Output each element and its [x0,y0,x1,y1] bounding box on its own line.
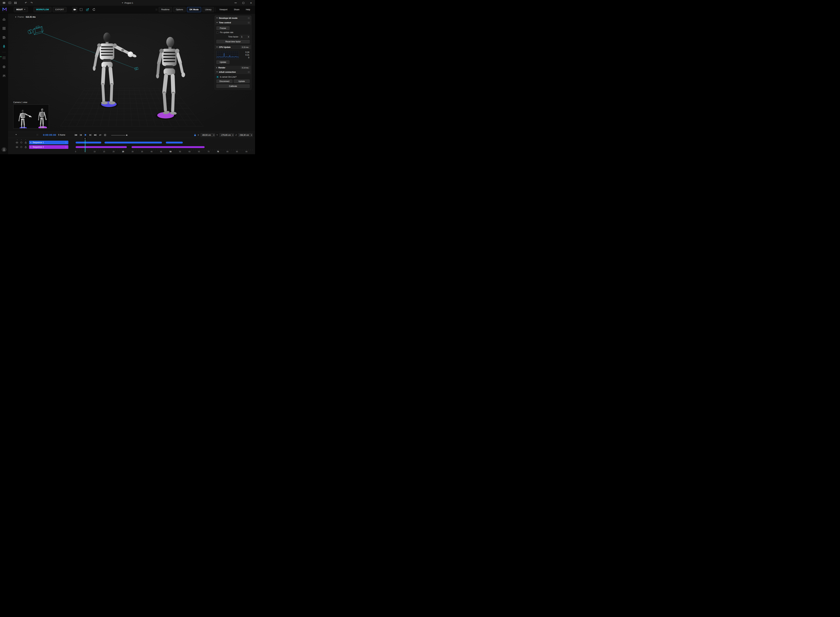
sequence-track-header[interactable]: Sequence 2 ∷ [29,145,68,149]
minimize-button[interactable] [234,1,237,4]
coord-y-input[interactable]: -276,65 cm [220,133,234,137]
project-title-dropdown[interactable]: Project 1 [122,1,133,4]
visibility-toggle[interactable] [16,141,18,144]
timeline-clip[interactable] [166,142,183,143]
drag-handle[interactable]: ∷ [248,17,250,19]
play-button[interactable] [84,133,87,137]
lock-toggle[interactable] [25,141,27,144]
toolbar-drag-handle[interactable]: ∷ [156,8,158,11]
cpu-update-header[interactable]: CPU Update 0.15 ms [215,45,251,49]
mannequin-right[interactable] [156,37,185,115]
skip-to-start-button[interactable] [74,133,77,137]
calibrate-button[interactable]: Calibrate [217,84,250,88]
refresh-button[interactable] [91,7,96,12]
drag-handle[interactable]: ∷ [248,71,250,74]
cpu-update-button[interactable]: Update [217,61,230,64]
slider-thumb[interactable] [126,134,127,136]
spinner-arrows-icon[interactable] [213,133,215,137]
server-online-label: Is server On-Line? [220,76,237,78]
close-button[interactable]: × [249,1,253,4]
spinner-arrows-icon[interactable] [232,133,234,137]
viewport-menu-button[interactable]: Viewport [217,7,230,12]
loop-button[interactable] [99,133,102,137]
checkbox-unchecked-icon[interactable] [217,31,218,34]
realtime-button[interactable]: Realtime [159,7,172,12]
undo-icon[interactable]: ↶ [24,1,28,4]
playhead-line[interactable] [85,140,85,152]
time-control-header[interactable]: Time control ∷ [215,21,251,25]
refresh-icon [93,8,96,11]
timecode-display[interactable]: 0:00:05:00 [43,133,56,136]
layout-single-icon[interactable] [2,1,6,4]
msuit-label: MSUIT [16,8,23,11]
solo-toggle[interactable] [20,141,22,144]
sidebar-item-modules[interactable] [0,27,8,30]
spinner-arrows-icon[interactable] [247,35,249,38]
coord-x-input[interactable]: -69,93 cm [200,133,215,137]
msuit-update-button[interactable]: Update [234,80,250,83]
coord-z-input[interactable]: 238,30 cm [238,133,253,137]
playhead-frame-flag[interactable]: 5 [84,137,87,140]
sidebar-item-mocap[interactable] [0,45,8,49]
mannequin-left[interactable] [93,32,137,104]
lock-icon[interactable] [194,134,196,136]
stop-button[interactable] [103,133,107,137]
sidebar-item-tracking[interactable] [0,56,8,60]
timeline-collapse-caret[interactable] [15,134,17,135]
lock-outline-icon [25,146,27,148]
layout-grid-icon[interactable] [14,1,17,4]
timeline-clip[interactable] [75,146,127,148]
sidebar-item-device[interactable] [0,65,8,69]
redo-icon[interactable]: ↷ [30,1,33,4]
timeline-zoom-slider[interactable] [111,134,127,136]
visibility-toggle[interactable] [16,146,18,148]
ruler-label: 75 [217,151,219,153]
camera-preview[interactable] [13,105,49,128]
workflow-button[interactable]: WORKFLOW [34,7,52,12]
render-header[interactable]: Render 0.14 ms [215,65,251,70]
timeline-clip[interactable] [75,142,101,143]
msuit-connection-header[interactable]: mSuit connection ∷ [215,70,251,74]
drag-handle[interactable]: ∷ [248,21,250,24]
reset-time-factor-button[interactable]: Reset time factor [217,40,250,43]
layout-split-icon[interactable] [8,1,12,4]
drag-handle[interactable]: ∷ [65,141,67,144]
share-button[interactable]: Share [231,7,242,12]
dk-mode-button[interactable]: DK Mode [187,7,201,12]
sidebar-item-library[interactable] [0,35,8,39]
solo-toggle[interactable] [20,146,22,148]
drag-handle[interactable]: ∷ [65,146,67,148]
export-view-button[interactable] [85,7,90,12]
sequence-track-header[interactable]: Sequence 1 ∷ [29,141,68,144]
sidebar-item-team[interactable] [0,74,8,78]
timeline-clip[interactable] [105,142,162,143]
options-button[interactable]: Options [173,7,186,12]
caret-right-icon[interactable] [15,16,16,18]
server-online-row[interactable]: Is server On-Line? [217,76,250,78]
time-factor-input[interactable]: 1 [240,35,250,38]
spinner-arrows-icon[interactable] [250,133,252,137]
export-button[interactable]: EXPORT [53,7,66,12]
library-button[interactable]: Library [202,7,214,12]
maximize-button[interactable] [242,1,245,4]
freeze-button[interactable]: Frezee [217,27,230,30]
sidebar-item-home[interactable] [0,18,8,21]
help-button[interactable]: Help [243,7,253,12]
skip-to-end-button[interactable] [94,133,97,137]
timeline-ruler[interactable] [75,149,253,151]
step-back-button[interactable] [79,133,82,137]
caret-right-icon[interactable] [31,142,31,143]
viewport-3d[interactable]: Frame: 112.31 ms Camera 1 view [8,13,255,132]
timeline-clip[interactable] [131,146,205,148]
timeline-drag-handle[interactable]: ∷ [37,133,38,136]
caret-right-icon[interactable] [31,146,31,148]
step-forward-button[interactable] [89,133,92,137]
dk-panel-header[interactable]: Develope kit mode ∷ [215,16,251,21]
lock-toggle[interactable] [25,146,27,148]
disconnect-button[interactable]: Disconnect [217,80,233,83]
user-avatar[interactable] [1,147,6,152]
fix-update-rate-row[interactable]: Fix update rate [217,31,250,34]
msuit-menu-button[interactable]: MSUIT [14,7,28,12]
marquee-select-button[interactable] [79,7,84,12]
record-camera-button[interactable] [72,7,77,12]
